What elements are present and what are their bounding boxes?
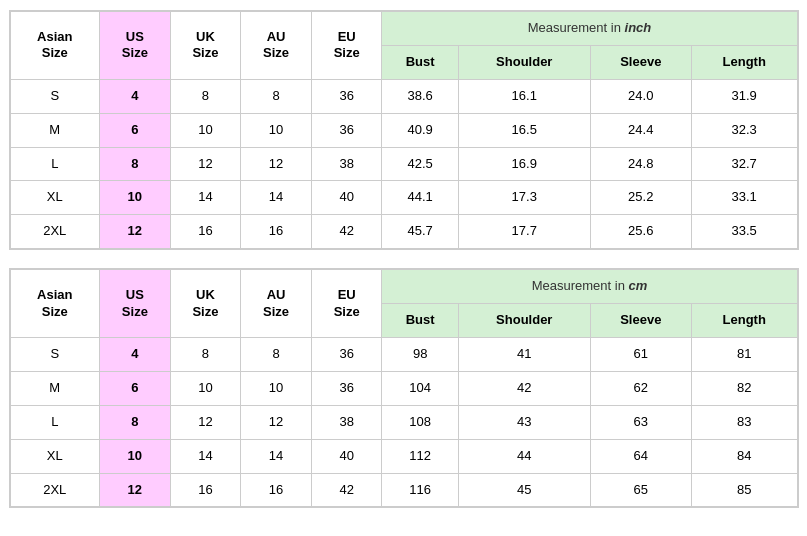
- asian-size-header-cm: AsianSize: [10, 270, 100, 338]
- au-size-header-cm: AUSize: [241, 270, 312, 338]
- eu-size-header-cm: EUSize: [311, 270, 382, 338]
- table-row: 2XL12161642116456585: [10, 473, 797, 507]
- measurement-inch-header: Measurement in inch: [382, 12, 797, 46]
- shoulder-header-cm: Shoulder: [458, 304, 590, 338]
- uk-size-header: UKSize: [170, 12, 241, 80]
- us-size-header: USSize: [100, 12, 171, 80]
- cm-header-row-top: AsianSize USSize UKSize AUSize EUSize Me…: [10, 270, 797, 304]
- table-row: S4883638.616.124.031.9: [10, 79, 797, 113]
- length-header-cm: Length: [691, 304, 797, 338]
- bust-header-cm: Bust: [382, 304, 458, 338]
- au-size-header: AUSize: [241, 12, 312, 80]
- shoulder-header-inch: Shoulder: [458, 45, 590, 79]
- eu-size-header: EUSize: [311, 12, 382, 80]
- cm-size-table: AsianSize USSize UKSize AUSize EUSize Me…: [10, 269, 798, 507]
- asian-size-header: AsianSize: [10, 12, 100, 80]
- cm-table-wrapper: AsianSize USSize UKSize AUSize EUSize Me…: [9, 268, 799, 508]
- inch-header-row-top: AsianSize USSize UKSize AUSize EUSize Me…: [10, 12, 797, 46]
- length-header-inch: Length: [691, 45, 797, 79]
- table-row: S4883698416181: [10, 338, 797, 372]
- inch-size-table: AsianSize USSize UKSize AUSize EUSize Me…: [10, 11, 798, 249]
- table-row: XL1014144044.117.325.233.1: [10, 181, 797, 215]
- uk-size-header-cm: UKSize: [170, 270, 241, 338]
- table-row: M6101036104426282: [10, 371, 797, 405]
- table-row: M610103640.916.524.432.3: [10, 113, 797, 147]
- bust-header-inch: Bust: [382, 45, 458, 79]
- table-row: XL10141440112446484: [10, 439, 797, 473]
- sleeve-header-inch: Sleeve: [590, 45, 691, 79]
- table-row: L8121238108436383: [10, 405, 797, 439]
- sleeve-header-cm: Sleeve: [590, 304, 691, 338]
- table-row: L812123842.516.924.832.7: [10, 147, 797, 181]
- table-row: 2XL1216164245.717.725.633.5: [10, 215, 797, 249]
- inch-table-wrapper: AsianSize USSize UKSize AUSize EUSize Me…: [9, 10, 799, 250]
- measurement-cm-header: Measurement in cm: [382, 270, 797, 304]
- us-size-header-cm: USSize: [100, 270, 171, 338]
